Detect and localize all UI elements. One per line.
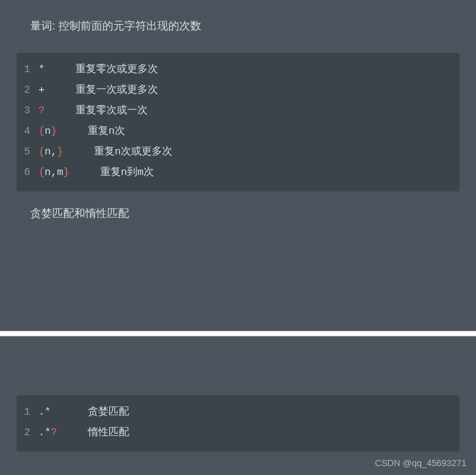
section-heading: 量词: 控制前面的元字符出现的次数 <box>0 0 476 34</box>
line-number: 4 <box>16 121 38 142</box>
divider <box>0 331 476 336</box>
code-line: {n} 重复n次 <box>38 121 125 142</box>
code-line: ? 重复零次或一次 <box>38 101 148 121</box>
code-row: 3? 重复零次或一次 <box>16 101 460 121</box>
code-line: {n,} 重复n次或更多次 <box>38 142 172 163</box>
spacer <box>0 336 476 376</box>
line-number: 5 <box>16 142 38 163</box>
code-row: 5{n,} 重复n次或更多次 <box>16 142 460 163</box>
line-number: 2 <box>16 423 38 443</box>
code-line: .* 贪婪匹配 <box>38 402 129 423</box>
code-line: {n,m} 重复n到m次 <box>38 163 154 183</box>
line-number: 2 <box>16 80 38 101</box>
watermark: CSDN @qq_45693271 <box>375 458 466 468</box>
code-block-quantifiers: 1* 重复零次或更多次2+ 重复一次或更多次3? 重复零次或一次4{n} 重复n… <box>16 53 460 192</box>
spacer <box>0 221 476 331</box>
code-row: 2+ 重复一次或更多次 <box>16 80 460 101</box>
code-line: .*? 惰性匹配 <box>38 423 129 443</box>
code-row: 1* 重复零次或更多次 <box>16 60 460 80</box>
code-line: * 重复零次或更多次 <box>38 60 158 80</box>
line-number: 1 <box>16 402 38 423</box>
section-subheading: 贪婪匹配和惰性匹配 <box>0 192 476 221</box>
code-row: 1.* 贪婪匹配 <box>16 402 460 423</box>
code-row: 6{n,m} 重复n到m次 <box>16 163 460 183</box>
line-number: 1 <box>16 60 38 80</box>
code-row: 2.*? 惰性匹配 <box>16 423 460 443</box>
code-block-greedy-lazy: 1.* 贪婪匹配2.*? 惰性匹配 <box>16 395 460 452</box>
code-line: + 重复一次或更多次 <box>38 80 158 101</box>
line-number: 6 <box>16 163 38 183</box>
code-row: 4{n} 重复n次 <box>16 121 460 142</box>
line-number: 3 <box>16 101 38 121</box>
